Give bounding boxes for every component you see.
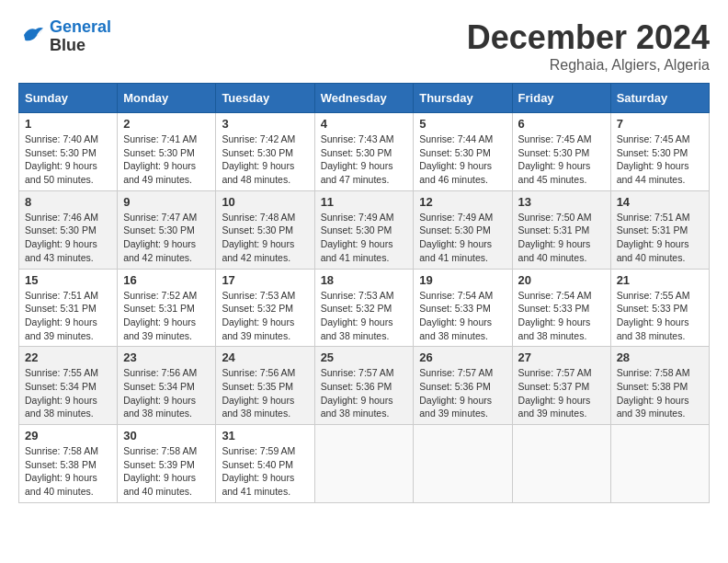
day-cell (314, 425, 414, 503)
day-cell: 31Sunrise: 7:59 AM Sunset: 5:40 PM Dayli… (216, 425, 314, 503)
day-cell: 22Sunrise: 7:55 AM Sunset: 5:34 PM Dayli… (19, 347, 118, 425)
day-info: Sunrise: 7:47 AM Sunset: 5:30 PM Dayligh… (123, 211, 210, 265)
day-info: Sunrise: 7:48 AM Sunset: 5:30 PM Dayligh… (222, 211, 308, 265)
location-title: Reghaia, Algiers, Algeria (467, 57, 710, 74)
day-info: Sunrise: 7:52 AM Sunset: 5:31 PM Dayligh… (123, 289, 210, 343)
day-cell: 10Sunrise: 7:48 AM Sunset: 5:30 PM Dayli… (216, 190, 314, 269)
day-cell: 27Sunrise: 7:57 AM Sunset: 5:37 PM Dayli… (512, 347, 610, 425)
day-cell: 6Sunrise: 7:45 AM Sunset: 5:30 PM Daylig… (512, 113, 610, 191)
day-cell: 3Sunrise: 7:42 AM Sunset: 5:30 PM Daylig… (216, 113, 314, 191)
day-cell: 9Sunrise: 7:47 AM Sunset: 5:30 PM Daylig… (118, 190, 216, 269)
day-number: 9 (123, 195, 210, 209)
day-number: 12 (419, 195, 506, 209)
day-number: 23 (123, 350, 210, 364)
day-info: Sunrise: 7:50 AM Sunset: 5:31 PM Dayligh… (518, 211, 605, 265)
week-row-2: 8Sunrise: 7:46 AM Sunset: 5:30 PM Daylig… (19, 190, 710, 269)
day-number: 16 (123, 273, 210, 287)
day-cell: 7Sunrise: 7:45 AM Sunset: 5:30 PM Daylig… (610, 113, 709, 191)
day-cell (414, 425, 512, 503)
day-cell: 4Sunrise: 7:43 AM Sunset: 5:30 PM Daylig… (314, 113, 414, 191)
day-info: Sunrise: 7:55 AM Sunset: 5:34 PM Dayligh… (25, 366, 111, 420)
day-number: 26 (419, 350, 506, 364)
day-info: Sunrise: 7:41 AM Sunset: 5:30 PM Dayligh… (123, 132, 210, 187)
day-number: 29 (25, 429, 111, 442)
day-info: Sunrise: 7:58 AM Sunset: 5:38 PM Dayligh… (25, 444, 111, 499)
calendar-table: SundayMondayTuesdayWednesdayThursdayFrid… (18, 83, 710, 503)
day-info: Sunrise: 7:54 AM Sunset: 5:33 PM Dayligh… (518, 289, 605, 343)
day-cell: 15Sunrise: 7:51 AM Sunset: 5:31 PM Dayli… (19, 269, 118, 347)
column-header-wednesday: Wednesday (314, 84, 414, 113)
day-info: Sunrise: 7:57 AM Sunset: 5:36 PM Dayligh… (419, 366, 506, 420)
day-info: Sunrise: 7:49 AM Sunset: 5:30 PM Dayligh… (321, 211, 408, 265)
day-number: 7 (617, 117, 703, 131)
day-cell: 29Sunrise: 7:58 AM Sunset: 5:38 PM Dayli… (19, 425, 118, 503)
day-info: Sunrise: 7:51 AM Sunset: 5:31 PM Dayligh… (617, 211, 703, 265)
day-number: 21 (617, 273, 703, 287)
day-cell: 2Sunrise: 7:41 AM Sunset: 5:30 PM Daylig… (118, 113, 216, 191)
day-number: 17 (222, 273, 308, 287)
day-cell: 8Sunrise: 7:46 AM Sunset: 5:30 PM Daylig… (19, 190, 118, 269)
day-number: 5 (419, 117, 506, 131)
day-cell: 28Sunrise: 7:58 AM Sunset: 5:38 PM Dayli… (610, 347, 709, 425)
day-info: Sunrise: 7:56 AM Sunset: 5:35 PM Dayligh… (222, 366, 308, 420)
day-number: 6 (518, 117, 605, 131)
column-header-tuesday: Tuesday (216, 84, 314, 113)
day-info: Sunrise: 7:45 AM Sunset: 5:30 PM Dayligh… (617, 132, 703, 187)
day-cell: 17Sunrise: 7:53 AM Sunset: 5:32 PM Dayli… (216, 269, 314, 347)
day-cell (512, 425, 610, 503)
day-info: Sunrise: 7:42 AM Sunset: 5:30 PM Dayligh… (222, 132, 308, 187)
day-cell: 5Sunrise: 7:44 AM Sunset: 5:30 PM Daylig… (414, 113, 512, 191)
day-info: Sunrise: 7:58 AM Sunset: 5:38 PM Dayligh… (617, 366, 703, 420)
day-cell: 18Sunrise: 7:53 AM Sunset: 5:32 PM Dayli… (314, 269, 414, 347)
day-cell: 24Sunrise: 7:56 AM Sunset: 5:35 PM Dayli… (216, 347, 314, 425)
day-info: Sunrise: 7:56 AM Sunset: 5:34 PM Dayligh… (123, 366, 210, 420)
logo-bird-icon (18, 21, 46, 49)
day-number: 14 (617, 195, 703, 209)
day-number: 27 (518, 350, 605, 364)
day-info: Sunrise: 7:51 AM Sunset: 5:31 PM Dayligh… (25, 289, 111, 343)
column-header-monday: Monday (118, 84, 216, 113)
day-number: 22 (25, 350, 111, 364)
day-cell: 1Sunrise: 7:40 AM Sunset: 5:30 PM Daylig… (19, 113, 118, 191)
month-title: December 2024 (467, 18, 710, 57)
day-number: 3 (222, 117, 308, 131)
week-row-5: 29Sunrise: 7:58 AM Sunset: 5:38 PM Dayli… (19, 425, 710, 503)
logo-text: GeneralBlue (50, 18, 111, 55)
day-number: 2 (123, 117, 210, 131)
day-cell (610, 425, 709, 503)
day-cell: 16Sunrise: 7:52 AM Sunset: 5:31 PM Dayli… (118, 269, 216, 347)
day-info: Sunrise: 7:57 AM Sunset: 5:37 PM Dayligh… (518, 366, 605, 420)
day-cell: 11Sunrise: 7:49 AM Sunset: 5:30 PM Dayli… (314, 190, 414, 269)
day-cell: 30Sunrise: 7:58 AM Sunset: 5:39 PM Dayli… (118, 425, 216, 503)
title-section: December 2024 Reghaia, Algiers, Algeria (467, 18, 710, 74)
day-cell: 21Sunrise: 7:55 AM Sunset: 5:33 PM Dayli… (610, 269, 709, 347)
header: GeneralBlue December 2024 Reghaia, Algie… (18, 18, 710, 74)
day-number: 31 (222, 429, 308, 442)
day-info: Sunrise: 7:45 AM Sunset: 5:30 PM Dayligh… (518, 132, 605, 187)
day-info: Sunrise: 7:53 AM Sunset: 5:32 PM Dayligh… (321, 289, 408, 343)
day-number: 30 (123, 429, 210, 442)
day-number: 10 (222, 195, 308, 209)
day-number: 18 (321, 273, 408, 287)
day-number: 15 (25, 273, 111, 287)
day-cell: 19Sunrise: 7:54 AM Sunset: 5:33 PM Dayli… (414, 269, 512, 347)
day-number: 8 (25, 195, 111, 209)
day-number: 24 (222, 350, 308, 364)
day-number: 19 (419, 273, 506, 287)
day-info: Sunrise: 7:54 AM Sunset: 5:33 PM Dayligh… (419, 289, 506, 343)
day-cell: 20Sunrise: 7:54 AM Sunset: 5:33 PM Dayli… (512, 269, 610, 347)
day-number: 13 (518, 195, 605, 209)
day-info: Sunrise: 7:58 AM Sunset: 5:39 PM Dayligh… (123, 444, 210, 499)
day-cell: 25Sunrise: 7:57 AM Sunset: 5:36 PM Dayli… (314, 347, 414, 425)
day-cell: 13Sunrise: 7:50 AM Sunset: 5:31 PM Dayli… (512, 190, 610, 269)
week-row-3: 15Sunrise: 7:51 AM Sunset: 5:31 PM Dayli… (19, 269, 710, 347)
day-number: 28 (617, 350, 703, 364)
day-info: Sunrise: 7:44 AM Sunset: 5:30 PM Dayligh… (419, 132, 506, 187)
day-info: Sunrise: 7:59 AM Sunset: 5:40 PM Dayligh… (222, 444, 308, 499)
day-number: 20 (518, 273, 605, 287)
logo: GeneralBlue (18, 18, 111, 55)
day-cell: 23Sunrise: 7:56 AM Sunset: 5:34 PM Dayli… (118, 347, 216, 425)
day-info: Sunrise: 7:57 AM Sunset: 5:36 PM Dayligh… (321, 366, 408, 420)
day-info: Sunrise: 7:53 AM Sunset: 5:32 PM Dayligh… (222, 289, 308, 343)
week-row-4: 22Sunrise: 7:55 AM Sunset: 5:34 PM Dayli… (19, 347, 710, 425)
